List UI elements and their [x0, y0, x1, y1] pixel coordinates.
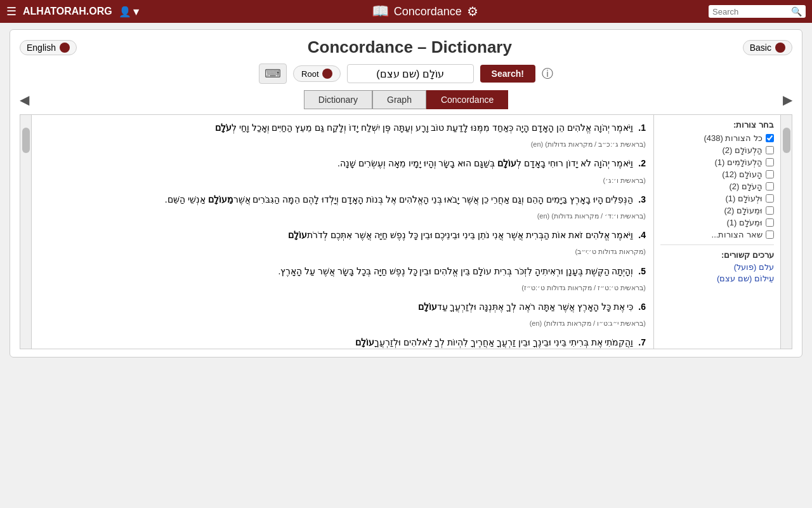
- form-item: כל הצורות (438): [660, 133, 774, 143]
- verse-ref: (מקראות גדולות ט׳:י״ב): [575, 248, 646, 255]
- verse-ref: (בראשית ו׳:ג׳): [603, 177, 646, 184]
- relations-title: ערכים קשורים:: [660, 250, 774, 260]
- verse-ref: (בראשית י״ג:ט״ו / מקראות גדולות) (en): [530, 319, 646, 327]
- verse-ref: (בראשית ו׳:ד׳ / מקראות גדולות) (en): [537, 212, 646, 220]
- form-checkbox[interactable]: [766, 158, 774, 166]
- form-item: הָעוֹלָם (12): [660, 170, 774, 179]
- search-row: ⌨ Root Search! ⓘ: [20, 64, 792, 84]
- right-panel: בחר צורות: כל הצורות (438)הַלְעוֹלָם (2)…: [653, 115, 780, 349]
- text-area[interactable]: 1. וַיֹּאמֶר יְהֹוָה אֱלֹהִים הֵן הָאָדָ…: [32, 115, 653, 349]
- form-checkbox[interactable]: [766, 206, 774, 215]
- keyboard-icon[interactable]: ⌨: [259, 64, 287, 84]
- basic-toggle-dot: [775, 43, 785, 53]
- verse-number: 4.: [638, 230, 646, 240]
- form-item: וּמֵעֹלָם (1): [660, 218, 774, 227]
- verse-text: וַיֹּאמֶר יְהֹוָה לֹא יָדוֹן רוּחִי בָאָ…: [337, 158, 633, 168]
- verse-text: וְהָיְתָה הַקֶּשֶׁת בֶּעָנָן וּרְאִיתִיה…: [278, 266, 633, 276]
- site-title: ALHATORAH.ORG: [23, 6, 112, 17]
- verse-number: 1.: [638, 123, 646, 133]
- tab-concordance[interactable]: Concordance: [426, 90, 508, 109]
- verse-row: 7. וַהֲקִמֹתִי אֶת בְּרִיתִי בֵּינִי וּב…: [39, 335, 646, 349]
- gear-icon[interactable]: ⚙: [467, 4, 478, 19]
- form-label: הַלְעוֹלָם (2): [722, 145, 763, 155]
- verse-number: 5.: [638, 266, 646, 276]
- form-item: שאר הצורות...: [660, 230, 774, 239]
- divider: [660, 244, 774, 245]
- verse-row: 6. כִּי אֶת כָּל הָאָרֶץ אֲשֶׁר אַתָּה ר…: [39, 299, 646, 331]
- form-item: וּלְעוֹלָם (1): [660, 194, 774, 203]
- form-item: הַלְעוֹלָמִים (1): [660, 157, 774, 167]
- verse-ref: (בראשית ג׳:כ״ב / מקראות גדולות) (en): [531, 140, 646, 148]
- help-icon[interactable]: ⓘ: [542, 66, 553, 81]
- scroll-thumb-left: [22, 128, 30, 153]
- form-checkbox[interactable]: [766, 218, 774, 227]
- verse-text: כִּי אֶת כָּל הָאָרֶץ אֲשֶׁר אַתָּה רֹאֶ…: [418, 302, 634, 312]
- verse-row: 1. וַיֹּאמֶר יְהֹוָה אֱלֹהִים הֵן הָאָדָ…: [39, 120, 646, 152]
- verse-row: 5. וְהָיְתָה הַקֶּשֶׁת בֶּעָנָן וּרְאִית…: [39, 264, 646, 295]
- relation-item[interactable]: עלם (פועל): [660, 262, 774, 272]
- right-scrollbar[interactable]: [780, 115, 792, 349]
- book-icon: 📖: [372, 3, 389, 20]
- root-toggle-dot: [322, 69, 332, 79]
- form-label: וּלְעוֹלָם (1): [725, 194, 763, 203]
- concordance-nav-label: Concordance: [394, 5, 462, 18]
- form-label: וּמֵעוֹלָם (2): [724, 206, 763, 215]
- basic-label: Basic: [750, 43, 771, 53]
- forms-section-title: בחר צורות:: [660, 120, 774, 130]
- keyword: עוֹלָם: [288, 230, 307, 240]
- verse-text: וַיֹּאמֶר אֱלֹהִים זֹאת אוֹת הַבְּרִית א…: [288, 230, 633, 240]
- form-checkbox[interactable]: [766, 231, 774, 239]
- card-header: English Concordance – Dictionary Basic: [20, 37, 792, 57]
- keyword: עוֹלָם: [355, 337, 374, 347]
- tab-graph[interactable]: Graph: [372, 90, 426, 109]
- user-icon: 👤▼: [119, 6, 141, 18]
- verse-ref: (בראשית ט׳:ט״ז / מקראות גדולות ט׳:ט״ז): [521, 284, 646, 291]
- top-search-input[interactable]: [712, 7, 789, 17]
- top-search-button[interactable]: 🔍: [791, 6, 802, 17]
- root-label: Root: [301, 69, 318, 79]
- hamburger-icon[interactable]: ☰: [6, 4, 16, 18]
- form-label: כל הצורות (438): [704, 133, 763, 143]
- nav-arrow-right[interactable]: ▶: [783, 92, 792, 107]
- form-label: הַלְעוֹלָמִים (1): [714, 157, 763, 167]
- basic-toggle[interactable]: Basic: [743, 40, 792, 55]
- form-label: הָעוֹלָם (12): [722, 170, 763, 179]
- relation-item[interactable]: עֵילוֹם (שם עצם): [660, 274, 774, 283]
- language-label: English: [27, 43, 56, 53]
- verse-text: וַיֹּאמֶר יְהֹוָה אֱלֹהִים הֵן הָאָדָם ה…: [215, 123, 634, 133]
- keyword: עוֹלָם: [497, 158, 516, 168]
- keyword: עוֹלָם: [418, 302, 437, 312]
- search-button[interactable]: Search!: [480, 65, 535, 83]
- form-checkbox[interactable]: [766, 146, 774, 154]
- keyword: מֵעוֹלָם: [208, 194, 233, 204]
- scroll-thumb-right: [783, 128, 790, 153]
- verse-text: הַנְּפִלִים הָיוּ בָאָרֶץ בַּיָּמִים הָה…: [165, 194, 634, 204]
- form-item: וּמֵעוֹלָם (2): [660, 206, 774, 215]
- form-checkbox[interactable]: [766, 134, 774, 142]
- language-toggle[interactable]: English: [20, 40, 77, 55]
- top-search-box: 🔍: [709, 5, 806, 18]
- verse-text: וַהֲקִמֹתִי אֶת בְּרִיתִי בֵּינִי וּבֵינ…: [355, 337, 634, 347]
- main-search-input[interactable]: [347, 64, 474, 83]
- form-checkbox[interactable]: [766, 182, 774, 190]
- verse-row: 2. וַיֹּאמֶר יְהֹוָה לֹא יָדוֹן רוּחִי ב…: [39, 156, 646, 187]
- verse-row: 3. הַנְּפִלִים הָיוּ בָאָרֶץ בַּיָּמִים …: [39, 192, 646, 224]
- form-label: שאר הצורות...: [712, 230, 763, 239]
- concordance-card: English Concordance – Dictionary Basic ⌨…: [10, 29, 802, 358]
- tab-dictionary[interactable]: Dictionary: [304, 90, 372, 109]
- verse-number: 3.: [638, 194, 646, 204]
- form-item: הָעֹלָם (2): [660, 182, 774, 191]
- topbar: ☰ ALHATORAH.ORG 👤▼ 📖 Concordance ⚙ 🔍: [0, 0, 812, 23]
- keyword: עֹלָם: [215, 123, 232, 133]
- tabs-container: ◀ Dictionary Graph Concordance ▶: [20, 90, 792, 109]
- root-toggle[interactable]: Root: [293, 65, 340, 82]
- form-checkbox[interactable]: [766, 194, 774, 203]
- main-content: English Concordance – Dictionary Basic ⌨…: [0, 23, 812, 364]
- form-checkbox[interactable]: [766, 170, 774, 178]
- verse-number: 7.: [638, 337, 646, 347]
- verse-number: 6.: [638, 302, 646, 312]
- verse-row: 4. וַיֹּאמֶר אֱלֹהִים זֹאת אוֹת הַבְּרִי…: [39, 227, 646, 259]
- form-label: וּמֵעֹלָם (1): [726, 218, 763, 227]
- nav-arrow-left[interactable]: ◀: [20, 92, 29, 107]
- left-scrollbar[interactable]: [20, 115, 32, 349]
